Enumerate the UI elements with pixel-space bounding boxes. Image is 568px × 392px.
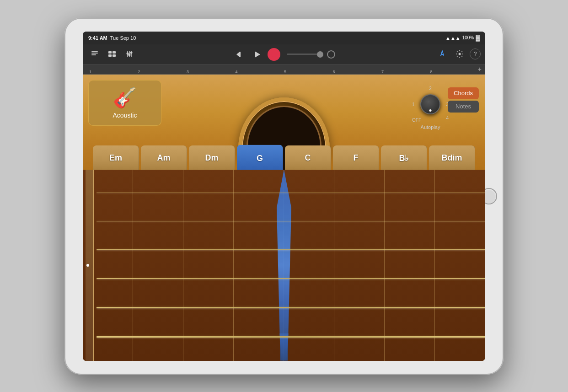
svg-point-17: [459, 53, 461, 55]
mode-toggle: Chords Notes: [448, 87, 479, 113]
string-3: [96, 249, 485, 250]
song-button[interactable]: [87, 48, 102, 60]
fretboard: [83, 170, 485, 361]
svg-rect-2: [91, 54, 96, 55]
svg-rect-0: [91, 51, 98, 52]
toolbar-left: [87, 48, 137, 60]
wifi-icon: ▲▲▲: [445, 35, 461, 41]
svg-rect-6: [113, 54, 116, 57]
svg-point-12: [130, 52, 133, 54]
settings-button[interactable]: [452, 48, 467, 60]
svg-rect-14: [240, 52, 241, 57]
chord-row: Em Am Dm G C F B♭ Bdim: [83, 145, 485, 171]
ruler-mark-2: 2: [138, 70, 187, 74]
svg-point-10: [129, 54, 131, 56]
chord-f[interactable]: F: [333, 145, 379, 171]
autoplay-knob-area: 1 2 3 4 OFF: [412, 86, 449, 123]
ruler-mark-7: 7: [381, 70, 430, 74]
string-5: [96, 307, 485, 308]
ruler-mark-1: 1: [89, 70, 138, 74]
battery-icon: ▓: [476, 35, 480, 41]
status-date: Tue Sep 10: [110, 35, 136, 41]
chords-button[interactable]: Chords: [448, 87, 479, 99]
knob-indicator: [429, 109, 432, 112]
chord-c[interactable]: C: [285, 145, 331, 171]
status-bar: 9:41 AM Tue Sep 10 ▲▲▲ 100% ▓: [83, 32, 485, 44]
play-button[interactable]: [250, 48, 264, 61]
autoplay-label-2: 2: [429, 86, 432, 91]
rewind-button[interactable]: [233, 48, 246, 61]
strings-container: [96, 170, 485, 361]
chord-em[interactable]: Em: [93, 145, 139, 171]
ruler-marks: 1 2 3 4 5 6 7 8: [85, 64, 483, 74]
chord-g[interactable]: G: [237, 145, 283, 172]
transport-controls: [233, 44, 335, 64]
volume-slider[interactable]: [287, 54, 323, 55]
autoplay-label-1: 1: [412, 102, 415, 107]
chord-dm[interactable]: Dm: [189, 145, 235, 171]
chord-bdim[interactable]: Bdim: [429, 145, 475, 171]
instrument-selector[interactable]: 🎸 Acoustic: [88, 80, 161, 126]
add-track-button[interactable]: +: [478, 65, 482, 73]
screen: 9:41 AM Tue Sep 10 ▲▲▲ 100% ▓: [83, 32, 485, 361]
ipad-frame: 9:41 AM Tue Sep 10 ▲▲▲ 100% ▓: [64, 18, 504, 375]
chord-am[interactable]: Am: [141, 145, 187, 171]
svg-rect-3: [108, 51, 112, 54]
tuner-button[interactable]: [435, 48, 450, 60]
ruler-mark-6: 6: [333, 70, 382, 74]
autoplay-label-4: 4: [446, 116, 449, 121]
tracks-button[interactable]: [105, 48, 119, 60]
autoplay-section: 1 2 3 4 OFF Autoplay: [412, 86, 449, 130]
autoplay-label-off: OFF: [412, 118, 421, 123]
string-4: [96, 278, 485, 279]
ruler: 1 2 3 4 5 6 7 8 +: [83, 64, 485, 75]
volume-indicator: [327, 50, 335, 59]
ruler-mark-5: 5: [284, 70, 333, 74]
battery-percent: 100%: [462, 35, 474, 40]
ruler-mark-3: 3: [187, 70, 236, 74]
record-button[interactable]: [268, 48, 280, 61]
svg-point-8: [127, 53, 129, 55]
volume-thumb: [317, 51, 323, 58]
string-2: [96, 221, 485, 221]
string-1: [96, 193, 485, 193]
ruler-mark-4: 4: [236, 70, 284, 74]
svg-rect-1: [91, 53, 98, 54]
instrument-name: Acoustic: [113, 112, 137, 119]
guitar-icon: 🎸: [113, 86, 137, 109]
help-button[interactable]: ?: [470, 48, 481, 59]
mixer-button[interactable]: [122, 48, 137, 60]
string-6: [96, 336, 485, 338]
chord-bb[interactable]: B♭: [381, 145, 427, 171]
svg-rect-5: [108, 54, 112, 57]
svg-rect-4: [113, 51, 116, 54]
notes-button[interactable]: Notes: [448, 101, 479, 113]
toolbar-right: ?: [435, 48, 481, 60]
guitar-area: 🎸 Acoustic 1 2 3 4 OFF Autoplay: [83, 75, 485, 361]
autoplay-knob[interactable]: [420, 94, 440, 114]
sidebar-indicator: [86, 264, 89, 267]
record-dot: [271, 52, 277, 57]
svg-marker-15: [255, 51, 260, 58]
svg-marker-13: [236, 52, 240, 57]
ruler-mark-8: 8: [430, 70, 479, 74]
status-time: 9:41 AM: [88, 35, 107, 41]
autoplay-label: Autoplay: [421, 124, 440, 130]
toolbar: ?: [83, 44, 485, 64]
svg-marker-16: [441, 51, 444, 55]
